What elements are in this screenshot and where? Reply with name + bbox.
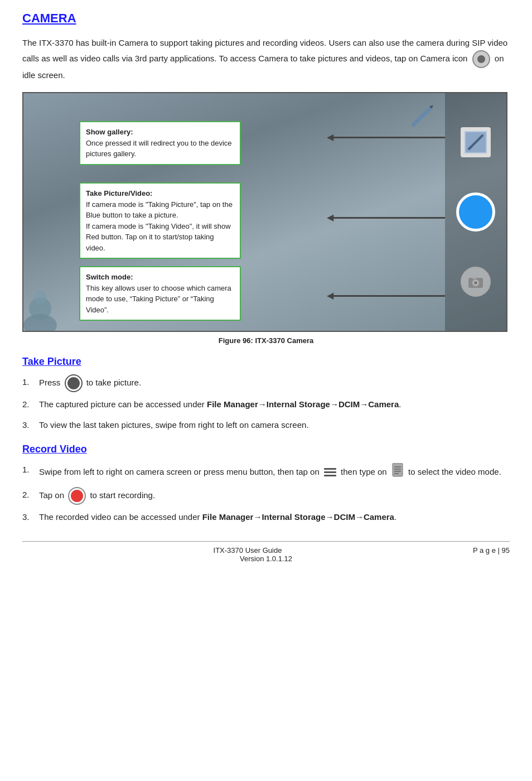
tooltip-switch-mode-body: This key allows user to choose which cam… xyxy=(86,283,234,316)
list-item: 1. Press to take picture. xyxy=(22,375,510,391)
list-text-1: Press to take picture. xyxy=(39,375,510,391)
list-text-3: To view the last taken pictures, swipe f… xyxy=(39,418,510,432)
rv-text-1b: then type on xyxy=(341,466,387,476)
tooltip-show-gallery: Show gallery: Once pressed it will redir… xyxy=(79,121,241,165)
arrow-take-picture xyxy=(333,217,445,219)
rv-text-1a: Swipe from left to right on camera scree… xyxy=(39,466,320,476)
camera-controls-panel xyxy=(445,93,506,331)
record-video-section: 1. Swipe from left to right on camera sc… xyxy=(22,463,510,525)
list-icon xyxy=(391,463,404,482)
intro-text-1: The ITX-3370 has built-in Camera to supp… xyxy=(22,38,507,62)
list-item: 3. The recorded video can be accessed un… xyxy=(22,510,510,524)
rv-num-2: 2. xyxy=(22,488,39,502)
take-picture-heading: Take Picture xyxy=(22,356,510,368)
page-footer: P a g e | 95 ITX-3370 User Guide Version… xyxy=(22,541,510,563)
menu-icon xyxy=(324,468,336,476)
rv-text-3c: . xyxy=(394,512,396,522)
capture-icon-inline xyxy=(66,375,81,391)
arrow-show-gallery xyxy=(333,137,445,138)
rv-num-3: 3. xyxy=(22,510,39,524)
svg-point-12 xyxy=(33,291,47,304)
rv-text-2b: to start recording. xyxy=(90,490,155,500)
rv-bold-3: File Manager→Internal Storage→DCIM→Camer… xyxy=(202,512,394,522)
take-pic-text-2c: . xyxy=(399,399,401,409)
camera-icon-inline xyxy=(472,50,490,68)
tooltip-take-picture-title: Take Picture/Video: xyxy=(86,188,234,199)
rv-text-3a: The recorded video can be accessed under xyxy=(39,512,202,522)
figure-caption: Figure 96: ITX-3370 Camera xyxy=(22,336,510,345)
footer-guide-name: ITX-3370 User Guide xyxy=(22,546,510,555)
intro-paragraph: The ITX-3370 has built-in Camera to supp… xyxy=(22,36,510,82)
list-text-2: The captured picture can be accessed und… xyxy=(39,398,510,412)
tooltip-switch-mode: Switch mode: This key allows user to cho… xyxy=(79,266,241,321)
tooltip-show-gallery-body: Once pressed it will redirect you to the… xyxy=(86,138,234,160)
rv-num-1: 1. xyxy=(22,463,39,477)
mode-switch-button[interactable] xyxy=(461,267,491,297)
take-pic-text-before: Press xyxy=(39,378,60,387)
svg-rect-7 xyxy=(472,276,476,279)
svg-rect-13 xyxy=(393,463,403,476)
capture-button[interactable] xyxy=(456,192,495,232)
list-item: 1. Swipe from left to right on camera sc… xyxy=(22,463,510,482)
record-video-heading: Record Video xyxy=(22,443,510,455)
rv-text-1c: to select the video mode. xyxy=(408,466,501,476)
take-pic-text-2a: The captured picture can be accessed und… xyxy=(39,399,207,409)
tooltip-take-picture: Take Picture/Video: If camera mode is "T… xyxy=(79,182,241,259)
rv-text-3: The recorded video can be accessed under… xyxy=(39,510,510,524)
camera-diagram: Show gallery: Once pressed it will redir… xyxy=(22,92,507,332)
page-title: CAMERA xyxy=(22,11,510,26)
rv-text-1: Swipe from left to right on camera scree… xyxy=(39,463,510,482)
gallery-button[interactable] xyxy=(461,127,491,157)
footer-version: Version 1.0.1.12 xyxy=(22,555,510,563)
rv-text-2: Tap on to start recording. xyxy=(39,488,510,504)
list-item: 3. To view the last taken pictures, swip… xyxy=(22,418,510,432)
tooltip-show-gallery-title: Show gallery: xyxy=(86,127,234,138)
svg-point-6 xyxy=(474,281,477,285)
tooltip-switch-mode-title: Switch mode: xyxy=(86,272,234,283)
list-num-1: 1. xyxy=(22,375,39,389)
arrow-switch-mode xyxy=(333,295,445,297)
tooltip-take-picture-body: If camera mode is "Taking Picture", tap … xyxy=(86,199,234,254)
rv-text-2a: Tap on xyxy=(39,490,64,500)
page-number: P a g e | 95 xyxy=(473,546,510,555)
list-num-3: 3. xyxy=(22,418,39,432)
list-num-2: 2. xyxy=(22,398,39,412)
list-item: 2. Tap on to start recording. xyxy=(22,488,510,504)
take-pic-bold-2: File Manager→Internal Storage→DCIM→Camer… xyxy=(207,399,399,409)
take-pic-text-after: to take picture. xyxy=(86,378,141,387)
take-picture-section: 1. Press to take picture. 2. The capture… xyxy=(22,375,510,432)
list-item: 2. The captured picture can be accessed … xyxy=(22,398,510,412)
record-icon xyxy=(69,488,85,504)
